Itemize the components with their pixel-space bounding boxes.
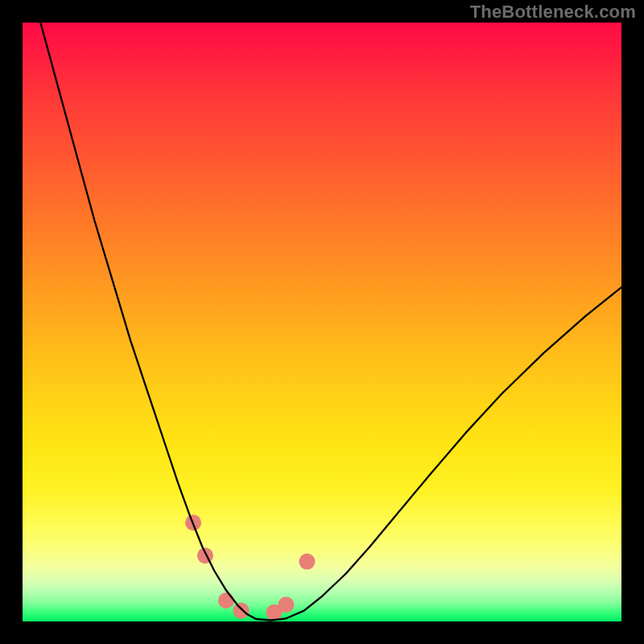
marker-left-base-a (218, 592, 234, 609)
marker-left-marker-lower (197, 547, 213, 564)
attribution-text: TheBottleneck.com (470, 2, 636, 23)
marker-right-base-b (278, 597, 294, 613)
plot-area (23, 23, 621, 621)
marker-right-marker (299, 554, 315, 570)
curve-layer (23, 23, 621, 621)
chart-frame: TheBottleneck.com (0, 0, 644, 644)
bottleneck-curve (40, 23, 621, 621)
marker-left-base-b (233, 603, 250, 619)
markers-group (185, 514, 315, 621)
